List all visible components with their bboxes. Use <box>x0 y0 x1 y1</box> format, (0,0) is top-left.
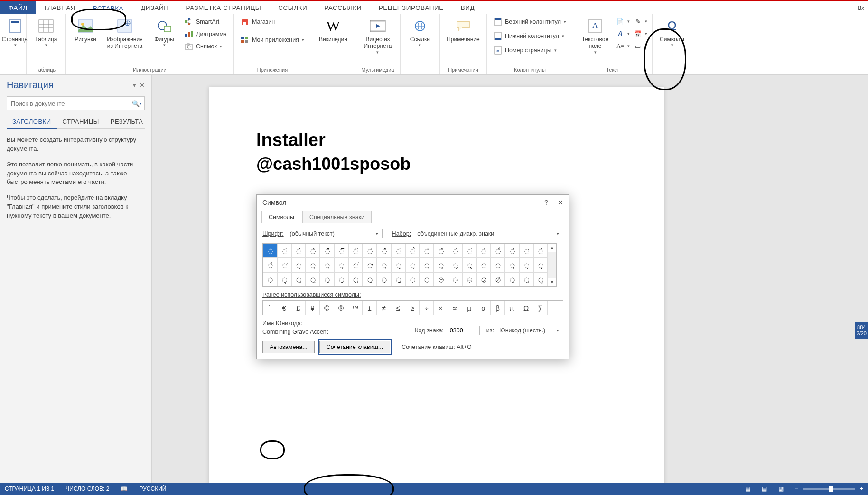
symbol-scrollbar[interactable]: ▲▼ <box>548 243 557 287</box>
symbol-cell[interactable]: ◌̐ <box>491 244 505 258</box>
symbol-cell[interactable]: ◌̘ <box>320 258 334 272</box>
symbol-cell[interactable]: ◌̰ <box>377 272 391 286</box>
symbol-cell[interactable]: ◌̮ <box>348 272 363 286</box>
symbol-cell[interactable]: ◌̊ <box>405 244 420 258</box>
myapps-button[interactable]: Мои приложения <box>238 34 307 46</box>
recent-symbol[interactable]: © <box>320 301 334 315</box>
recent-symbol[interactable]: µ <box>462 301 476 315</box>
autocorrect-button[interactable]: Автозамена... <box>262 341 315 353</box>
screenshot-button[interactable]: Снимок <box>182 41 230 52</box>
tab-references[interactable]: ССЫЛКИ <box>270 1 316 14</box>
font-combo[interactable]: (обычный текст)▾ <box>288 229 383 238</box>
symbol-cell[interactable]: ◌̩ <box>277 272 291 286</box>
nav-close-icon[interactable]: ✕ <box>140 82 145 89</box>
symbol-cell[interactable]: ◌̳ <box>420 272 434 286</box>
symbol-cell[interactable]: ◌̶ <box>462 272 476 286</box>
dropcap-button[interactable]: A≡ <box>615 41 631 51</box>
tab-view[interactable]: ВИД <box>452 1 483 14</box>
recent-symbol[interactable]: ≤ <box>391 301 405 315</box>
recent-symbol[interactable]: ≠ <box>377 301 391 315</box>
wordart-button[interactable]: A <box>615 28 631 39</box>
recent-symbol[interactable]: € <box>277 301 291 315</box>
symbol-cell[interactable]: ◌̕ <box>277 258 291 272</box>
pictures-button[interactable]: Рисунки <box>70 16 101 45</box>
datetime-button[interactable]: 📅 <box>633 28 648 39</box>
symbol-grid[interactable]: ◌̀◌́◌̂◌̃◌̄◌̅◌̆◌̇◌̈◌̉◌̊◌̋◌̌◌̍◌̎◌̏◌̐◌̑◌̒◌̓… <box>262 243 548 287</box>
from-combo[interactable]: Юникод (шестн.)▾ <box>497 326 563 335</box>
symbol-cell[interactable]: ◌̴ <box>434 272 448 286</box>
symbol-cell[interactable]: ◌̤ <box>491 258 505 272</box>
object-button[interactable]: ▭ <box>633 41 648 51</box>
view-web-icon[interactable]: ▩ <box>778 486 784 492</box>
dlgtab-special[interactable]: Специальные знаки <box>302 211 372 223</box>
wikipedia-button[interactable]: W Википедия <box>315 16 351 45</box>
symbol-cell[interactable]: ◌̵ <box>448 272 462 286</box>
symbol-cell[interactable]: ◌̲ <box>405 272 420 286</box>
status-lang[interactable]: РУССКИЙ <box>139 486 166 492</box>
symbol-cell[interactable]: ◌̉ <box>391 244 405 258</box>
symbol-cell[interactable]: ◌̆ <box>348 244 363 258</box>
recent-symbol[interactable]: ± <box>363 301 377 315</box>
cover-pages-button[interactable]: Страницы <box>4 16 27 50</box>
symbol-cell[interactable]: ◌̇ <box>363 244 377 258</box>
code-input[interactable] <box>447 326 480 335</box>
video-button[interactable]: Видео из Интернета <box>359 16 396 57</box>
nav-dropdown-icon[interactable]: ▾ <box>133 82 136 89</box>
dialog-help-icon[interactable]: ? <box>544 199 548 206</box>
recent-symbol[interactable]: π <box>505 301 519 315</box>
recent-symbol[interactable]: ∞ <box>448 301 462 315</box>
tab-design[interactable]: ДИЗАЙН <box>132 1 177 14</box>
signature-button[interactable]: ✎ <box>633 16 648 27</box>
symbol-cell[interactable]: ◌̎ <box>462 244 476 258</box>
recent-symbol[interactable]: α <box>476 301 491 315</box>
symbol-cell[interactable]: ◌̧ <box>533 258 548 272</box>
symbol-cell[interactable]: ◌̏ <box>476 244 491 258</box>
symbol-cell[interactable]: ◌̪ <box>291 272 306 286</box>
dlgtab-symbols[interactable]: Символы <box>261 211 301 223</box>
view-read-icon[interactable]: ▦ <box>745 486 750 492</box>
symbol-cell[interactable]: ◌̝ <box>391 258 405 272</box>
symbol-cell[interactable]: ◌̱ <box>391 272 405 286</box>
pagenum-button[interactable]: #Номер страницы <box>491 45 569 56</box>
tab-insert[interactable]: ВСТАВКА <box>84 2 132 15</box>
symbol-cell[interactable]: ◌̋ <box>420 244 434 258</box>
tab-review[interactable]: РЕЦЕНЗИРОВАНИЕ <box>370 1 452 14</box>
status-words[interactable]: ЧИСЛО СЛОВ: 2 <box>65 486 109 492</box>
recent-symbol[interactable]: ™ <box>348 301 363 315</box>
symbol-cell[interactable]: ◌̍ <box>448 244 462 258</box>
zoom-out-icon[interactable]: − <box>795 486 798 492</box>
zoom-in-icon[interactable]: + <box>860 486 863 492</box>
dialog-close-icon[interactable]: ✕ <box>558 199 563 206</box>
symbol-cell[interactable]: ◌̬ <box>320 272 334 286</box>
view-print-icon[interactable]: ▤ <box>762 486 767 492</box>
symbol-cell[interactable]: ◌̂ <box>291 244 306 258</box>
chart-button[interactable]: Диаграмма <box>182 28 230 40</box>
navtab-pages[interactable]: СТРАНИЦЫ <box>57 115 105 128</box>
recent-symbol[interactable]: ∑ <box>533 301 548 315</box>
header-button[interactable]: Верхний колонтитул <box>491 16 569 28</box>
footer-button[interactable]: Нижний колонтитул <box>491 30 569 42</box>
symbol-cell[interactable]: ◌̺ <box>519 272 533 286</box>
navtab-headings[interactable]: ЗАГОЛОВКИ <box>7 115 57 129</box>
symbol-cell[interactable]: ◌̯ <box>363 272 377 286</box>
quickparts-button[interactable]: 📄 <box>615 16 631 27</box>
symbol-cell[interactable]: ◌̀ <box>263 244 277 258</box>
recent-symbol[interactable]: ≥ <box>405 301 420 315</box>
symbol-cell[interactable]: ◌̷ <box>476 272 491 286</box>
symbol-cell[interactable]: ◌̛ <box>363 258 377 272</box>
recent-symbol[interactable]: £ <box>291 301 306 315</box>
tab-file[interactable]: ФАЙЛ <box>0 1 36 14</box>
user-badge[interactable]: Вх <box>858 5 864 11</box>
symbol-cell[interactable]: ◌̫ <box>306 272 320 286</box>
symbol-cell[interactable]: ◌̌ <box>434 244 448 258</box>
recent-symbol[interactable]: ` <box>263 301 277 315</box>
symbol-cell[interactable]: ◌̭ <box>334 272 348 286</box>
symbol-cell[interactable]: ◌̠ <box>434 258 448 272</box>
symbol-cell[interactable]: ◌̹ <box>505 272 519 286</box>
symbol-cell[interactable]: ◌̒ <box>519 244 533 258</box>
symbol-cell[interactable]: ◌̥ <box>505 258 519 272</box>
symbol-cell[interactable]: ◌̙ <box>334 258 348 272</box>
symbol-cell[interactable]: ◌̚ <box>348 258 363 272</box>
symbol-cell[interactable]: ◌̑ <box>505 244 519 258</box>
symbol-cell[interactable]: ◌̟ <box>420 258 434 272</box>
